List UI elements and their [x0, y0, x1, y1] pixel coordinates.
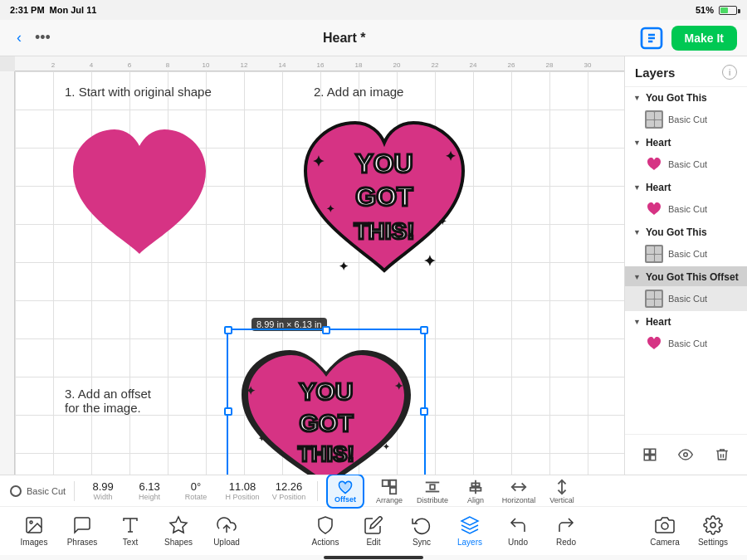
panel-title: Layers	[635, 66, 675, 80]
document-title: Heart *	[323, 31, 366, 46]
heart-design-step2: ✦ ✦ ✦ ✦ ✦ ✦ YOU GOT THIS!	[289, 105, 480, 304]
layer-group-header-1[interactable]: ▼ Heart	[625, 132, 747, 152]
share-button[interactable]	[638, 25, 665, 51]
panel-grid-icon[interactable]	[638, 443, 662, 466]
chevron-icon-1: ▼	[633, 139, 641, 147]
svg-point-35	[30, 521, 32, 523]
layer-group-header-2[interactable]: ▼ Heart	[625, 177, 747, 197]
sep-1	[74, 481, 75, 501]
step1-label: 1. Start with original shape	[65, 85, 212, 99]
panel-trash-icon[interactable]	[710, 443, 734, 466]
svg-text:THIS!: THIS!	[354, 218, 414, 244]
horizontal-tool[interactable]: Horizontal	[500, 478, 537, 504]
actions-tool[interactable]: Actions	[305, 515, 346, 547]
layer-thumb-1-0	[645, 155, 663, 173]
layer-group-header-0[interactable]: ▼ You Got This	[625, 87, 747, 107]
svg-text:✦: ✦	[368, 474, 378, 475]
layer-item-3-0[interactable]: Basic Cut	[625, 241, 747, 266]
svg-rect-21	[644, 455, 649, 460]
handle-tr[interactable]	[420, 326, 428, 334]
redo-tool[interactable]: Redo	[545, 515, 587, 547]
handle-tl[interactable]	[224, 326, 232, 334]
operation-label: Basic Cut	[27, 486, 66, 496]
svg-text:✦: ✦	[423, 253, 436, 270]
center-tools: Actions Edit Sync Layers Undo Redo	[305, 515, 587, 547]
right-tools: Camera Settings	[644, 515, 734, 547]
phrases-tool[interactable]: Phrases	[61, 515, 103, 547]
layer-thumb-5-0	[645, 334, 663, 353]
chevron-icon-4: ▼	[633, 273, 641, 281]
layer-group-header-4[interactable]: ▼ You Got This Offset	[625, 266, 747, 286]
upload-tool[interactable]: Upload	[206, 515, 247, 547]
vpos-value: 12.26	[276, 480, 303, 493]
arrange-tool[interactable]: Arrange	[371, 478, 408, 504]
svg-text:✦: ✦	[246, 384, 256, 397]
images-tool[interactable]: Images	[13, 515, 55, 547]
camera-tool[interactable]: Camera	[644, 515, 686, 547]
layer-group-header-3[interactable]: ▼ You Got This	[625, 222, 747, 241]
sep-2	[317, 481, 318, 501]
svg-rect-25	[390, 487, 396, 493]
layer-item-2-0[interactable]: Basic Cut	[625, 197, 747, 222]
svg-text:YOU: YOU	[299, 377, 353, 405]
svg-text:✦: ✦	[258, 434, 266, 443]
status-time: 2:31 PM	[10, 5, 45, 15]
rotate-value: 0°	[191, 480, 201, 493]
text-tool[interactable]: Text	[110, 515, 151, 547]
panel-eye-icon[interactable]	[674, 443, 697, 466]
width-prop: 8.99 Width	[83, 480, 123, 501]
layer-item-1-0[interactable]: Basic Cut	[625, 152, 747, 177]
svg-text:✦: ✦	[339, 260, 349, 273]
ruler-left	[0, 71, 15, 475]
offset-icon	[337, 479, 354, 495]
layer-thumb-3-0	[645, 245, 663, 263]
make-it-button[interactable]: Make It	[671, 26, 737, 51]
layer-item-4-0[interactable]: Basic Cut	[625, 286, 747, 311]
svg-text:YOU: YOU	[355, 149, 413, 178]
distribute-tool[interactable]: Distribute	[414, 478, 451, 504]
layer-group-0: ▼ You Got This Basic Cut	[625, 87, 747, 132]
tools-bar: Images Phrases Text Shapes Upload	[0, 507, 747, 555]
svg-text:✦: ✦	[312, 153, 325, 170]
canvas-grid: 1. Start with original shape 2. Add an i…	[15, 71, 624, 475]
layers-tool[interactable]: Layers	[449, 515, 491, 547]
undo-tool[interactable]: Undo	[497, 515, 539, 547]
offset-button[interactable]: Offset	[326, 474, 364, 509]
layer-thumb-0-0	[645, 110, 663, 129]
step2-label: 2. Add an image	[314, 85, 403, 99]
ruler-top: 2 4 6 8 10 12 14 16 18 20 22 24 26 28 30	[15, 56, 624, 71]
layer-group-3: ▼ You Got This Basic Cut	[625, 222, 747, 266]
svg-rect-20	[651, 449, 656, 454]
operation-circle	[10, 485, 22, 497]
back-button[interactable]: ‹	[10, 26, 28, 50]
left-tools: Images Phrases Text Shapes Upload	[13, 515, 247, 547]
layer-thumb-2-0	[645, 200, 663, 218]
panel-header: Layers i	[625, 56, 747, 87]
rotate-label: Rotate	[185, 493, 208, 501]
rotate-prop: 0° Rotate	[176, 480, 216, 501]
sync-tool[interactable]: Sync	[401, 515, 442, 547]
properties-bar: Basic Cut 8.99 Width 6.13 Height 0° Rota…	[0, 475, 747, 507]
svg-text:GOT: GOT	[300, 409, 354, 436]
settings-tool[interactable]: Settings	[692, 515, 734, 547]
handle-tm[interactable]	[322, 326, 330, 334]
layer-item-0-0[interactable]: Basic Cut	[625, 107, 747, 132]
vpos-label: V Position	[272, 493, 306, 501]
handle-lm[interactable]	[224, 407, 232, 416]
layer-group-header-5[interactable]: ▼ Heart	[625, 311, 747, 331]
hpos-prop: 11.08 H Position	[222, 480, 262, 501]
svg-text:THIS!: THIS!	[298, 441, 354, 466]
chevron-icon-2: ▼	[633, 183, 641, 192]
layers-list: ▼ You Got This Basic Cut ▼ Heart	[625, 87, 747, 434]
edit-tool[interactable]: Edit	[353, 515, 394, 547]
layer-item-5-0[interactable]: Basic Cut	[625, 331, 747, 356]
svg-rect-19	[644, 449, 649, 454]
panel-info-button[interactable]: i	[722, 65, 737, 80]
align-tool[interactable]: Align	[457, 478, 494, 504]
chevron-icon-0: ▼	[633, 94, 641, 102]
more-options-button[interactable]: •••	[35, 29, 51, 46]
shapes-tool[interactable]: Shapes	[158, 515, 199, 547]
vertical-tool[interactable]: Vertical	[544, 478, 580, 504]
handle-rm[interactable]	[420, 407, 428, 416]
canvas-area[interactable]: 2 4 6 8 10 12 14 16 18 20 22 24 26 28 30…	[0, 56, 624, 475]
